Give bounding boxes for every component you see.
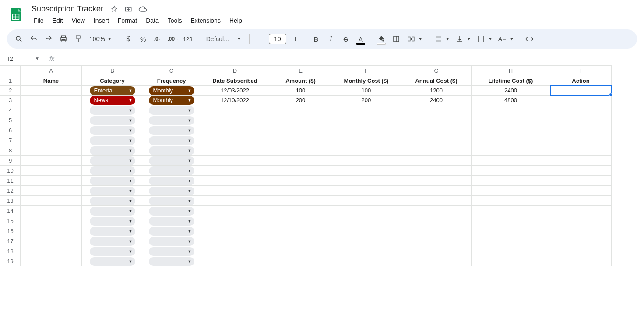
cell[interactable] — [200, 236, 270, 246]
cell[interactable] — [550, 115, 612, 125]
star-icon[interactable] — [110, 5, 118, 13]
cell-category[interactable]: ▼ — [82, 176, 143, 186]
dropdown-chip[interactable]: ▼ — [90, 197, 135, 205]
vertical-align-button[interactable] — [453, 32, 466, 46]
decrease-font-button[interactable]: − — [253, 32, 266, 46]
dropdown-chip[interactable]: ▼ — [149, 106, 194, 115]
cell-annual[interactable]: 1200 — [401, 86, 472, 96]
cell[interactable] — [472, 156, 550, 166]
row-header[interactable]: 10 — [0, 166, 21, 176]
cell-frequency[interactable]: ▼ — [143, 236, 200, 246]
dropdown-chip[interactable]: ▼ — [149, 237, 194, 246]
cell[interactable] — [472, 135, 550, 145]
cell[interactable] — [200, 176, 270, 186]
cell[interactable] — [331, 236, 401, 246]
cell[interactable] — [401, 186, 472, 196]
cell[interactable] — [550, 226, 612, 236]
cell[interactable] — [472, 105, 550, 115]
font-size-input[interactable] — [269, 34, 286, 44]
cell-frequency[interactable]: Monthly▼ — [143, 86, 200, 96]
cell[interactable] — [270, 135, 331, 145]
header-cell[interactable]: Annual Cost ($) — [401, 76, 472, 86]
cell[interactable] — [331, 256, 401, 266]
row-header[interactable]: 15 — [0, 216, 21, 226]
menu-insert[interactable]: Insert — [90, 15, 113, 26]
name-box[interactable]: I2▼ — [0, 55, 44, 62]
cell[interactable] — [21, 135, 82, 145]
cell-monthly[interactable]: 200 — [331, 96, 401, 105]
header-cell[interactable]: Date Subscribed — [200, 76, 270, 86]
dropdown-chip[interactable]: ▼ — [149, 247, 194, 256]
cell-date[interactable]: 12/10/2022 — [200, 96, 270, 105]
cell[interactable] — [401, 256, 472, 266]
row-header[interactable]: 16 — [0, 226, 21, 236]
dropdown-chip[interactable]: ▼ — [149, 166, 194, 175]
cell-frequency[interactable]: ▼ — [143, 125, 200, 135]
cell[interactable] — [21, 166, 82, 176]
cell[interactable] — [200, 256, 270, 266]
dropdown-chip[interactable]: ▼ — [149, 146, 194, 155]
cell[interactable] — [472, 216, 550, 226]
cell-frequency[interactable]: ▼ — [143, 186, 200, 196]
cell[interactable] — [21, 105, 82, 115]
menu-format[interactable]: Format — [114, 15, 141, 26]
dropdown-chip[interactable]: ▼ — [90, 177, 135, 185]
cell[interactable] — [21, 256, 82, 266]
cell[interactable] — [270, 145, 331, 156]
cell[interactable] — [21, 176, 82, 186]
more-formats-button[interactable]: 123 — [181, 32, 194, 46]
row-header[interactable]: 19 — [0, 256, 21, 266]
column-header-C[interactable]: C — [143, 66, 200, 76]
cell[interactable] — [472, 226, 550, 236]
cell[interactable] — [200, 125, 270, 135]
cell[interactable] — [270, 186, 331, 196]
font-select[interactable]: Defaul...▼ — [202, 35, 246, 42]
chevron-down-icon[interactable]: ▼ — [508, 37, 515, 41]
row-header[interactable]: 12 — [0, 186, 21, 196]
zoom-select[interactable]: 100%▼ — [87, 35, 114, 42]
cell[interactable] — [270, 226, 331, 236]
header-cell[interactable]: Action — [550, 76, 612, 86]
cell[interactable] — [200, 196, 270, 206]
cell[interactable] — [21, 216, 82, 226]
cell[interactable] — [21, 226, 82, 236]
row-header[interactable]: 14 — [0, 206, 21, 216]
cell-lifetime[interactable]: 2400 — [472, 86, 550, 96]
dropdown-chip[interactable]: ▼ — [149, 156, 194, 165]
cell[interactable] — [331, 206, 401, 216]
cell[interactable] — [21, 156, 82, 166]
cell[interactable] — [401, 176, 472, 186]
cell-category[interactable]: ▼ — [82, 236, 143, 246]
dropdown-chip[interactable]: ▼ — [149, 257, 194, 266]
dropdown-chip[interactable]: ▼ — [90, 227, 135, 236]
dropdown-chip[interactable]: ▼ — [90, 247, 135, 256]
column-header-G[interactable]: G — [401, 66, 472, 76]
column-header-E[interactable]: E — [270, 66, 331, 76]
menu-tools[interactable]: Tools — [164, 15, 186, 26]
cell-category[interactable]: ▼ — [82, 196, 143, 206]
cell[interactable] — [200, 226, 270, 236]
row-header[interactable]: 4 — [0, 105, 21, 115]
header-cell[interactable]: Monthly Cost ($) — [331, 76, 401, 86]
cell[interactable] — [21, 236, 82, 246]
chevron-down-icon[interactable]: ▼ — [465, 37, 473, 41]
cell-frequency[interactable]: ▼ — [143, 246, 200, 256]
menu-edit[interactable]: Edit — [49, 15, 67, 26]
dropdown-chip[interactable]: ▼ — [149, 136, 194, 145]
cell[interactable] — [550, 216, 612, 226]
cell[interactable] — [472, 166, 550, 176]
dropdown-chip[interactable]: ▼ — [90, 146, 135, 155]
row-header[interactable]: 17 — [0, 236, 21, 246]
cell[interactable] — [200, 145, 270, 156]
row-header[interactable]: 18 — [0, 246, 21, 256]
horizontal-align-button[interactable] — [432, 32, 445, 46]
dropdown-chip[interactable]: ▼ — [90, 237, 135, 246]
merge-cells-button[interactable] — [405, 32, 418, 46]
redo-button[interactable] — [42, 32, 55, 46]
cell[interactable] — [200, 105, 270, 115]
cell[interactable] — [401, 246, 472, 256]
cell[interactable] — [270, 236, 331, 246]
row-header[interactable]: 8 — [0, 145, 21, 156]
bold-button[interactable]: B — [310, 32, 323, 46]
cell[interactable] — [331, 196, 401, 206]
